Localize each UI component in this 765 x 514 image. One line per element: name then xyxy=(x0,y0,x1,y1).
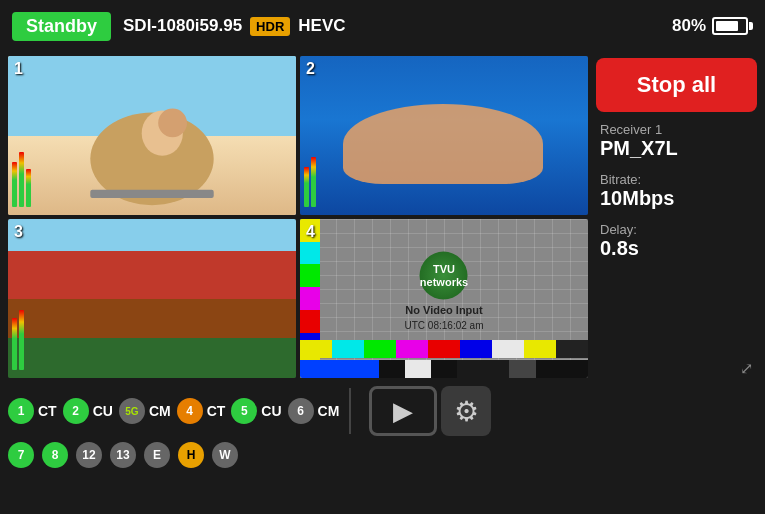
battery-tip xyxy=(749,22,753,30)
ch-badge-6[interactable]: 6 xyxy=(288,398,314,424)
cell-number-4: 4 xyxy=(306,223,315,241)
right-panel: Stop all Receiver 1 PM_X7L Bitrate: 10Mb… xyxy=(596,56,757,378)
ch-badge-2[interactable]: 2 xyxy=(63,398,89,424)
ch-label-cm-5g: CM xyxy=(149,403,171,419)
tvu-logo-area: TVUnetworks No Video Input UTC 08:16:02 … xyxy=(405,251,484,330)
bottom-bars xyxy=(300,360,588,378)
ch-badge-5[interactable]: 5 xyxy=(231,398,257,424)
tvu-circle: TVUnetworks xyxy=(420,251,468,299)
ch-item-6: 6 CM xyxy=(288,398,340,424)
bottom-section: 1 CT 2 CU 5G CM 4 CT 5 CU 6 CM ▶ xyxy=(0,382,765,470)
ch-label-cm6: CM xyxy=(318,403,340,419)
test-pattern: TVUnetworks No Video Input UTC 08:16:02 … xyxy=(300,219,588,378)
header: Standby SDI-1080i59.95 HDR HEVC 80% xyxy=(0,0,765,52)
swimmer-figure xyxy=(343,104,543,184)
main-content: 1 2 3 xyxy=(0,52,765,382)
utc-text: UTC 08:16:02 am xyxy=(405,319,484,330)
delay-label: Delay: xyxy=(600,222,753,237)
level-bar xyxy=(26,169,31,207)
level-bar xyxy=(19,152,24,207)
color-bars xyxy=(300,340,588,358)
expand-icon-area: ⤢ xyxy=(596,359,757,378)
ch-badge-1[interactable]: 1 xyxy=(8,398,34,424)
ch-label-ct4: CT xyxy=(207,403,226,419)
ch-badge-12[interactable]: 12 xyxy=(76,442,102,468)
codec: HEVC xyxy=(298,16,345,36)
delay-block: Delay: 0.8s xyxy=(596,220,757,262)
video-cell-4[interactable]: TVUnetworks No Video Input UTC 08:16:02 … xyxy=(300,219,588,378)
delay-value: 0.8s xyxy=(600,237,753,260)
divider-1 xyxy=(349,388,351,434)
level-bar xyxy=(311,157,316,207)
ch-badge-h[interactable]: H xyxy=(178,442,204,468)
level-bar xyxy=(12,318,17,370)
ch-badge-e[interactable]: E xyxy=(144,442,170,468)
ch-item-5: 5 CU xyxy=(231,398,281,424)
hdr-badge: HDR xyxy=(250,17,290,36)
ch-item-4: 4 CT xyxy=(177,398,226,424)
ch-label-cu5: CU xyxy=(261,403,281,419)
standby-badge: Standby xyxy=(12,12,111,41)
bottom-row-2: 7 8 12 13 E H W xyxy=(8,442,757,468)
ch-label-ct1: CT xyxy=(38,403,57,419)
cyclist-bg xyxy=(8,56,296,215)
receiver-block: Receiver 1 PM_X7L xyxy=(596,120,757,162)
cell-number-1: 1 xyxy=(14,60,23,78)
right-controls: ▶ ⚙ xyxy=(369,386,491,436)
no-video-text: No Video Input xyxy=(405,303,482,315)
level-bar xyxy=(19,310,24,370)
bitrate-block: Bitrate: 10Mbps xyxy=(596,170,757,212)
gear-button[interactable]: ⚙ xyxy=(441,386,491,436)
ch-badge-13[interactable]: 13 xyxy=(110,442,136,468)
receiver-label: Receiver 1 xyxy=(600,122,753,137)
level-meter-2 xyxy=(304,147,316,207)
battery-body xyxy=(712,17,748,35)
battery-area: 80% xyxy=(672,16,753,36)
battery-icon xyxy=(712,17,753,35)
bottom-row-1: 1 CT 2 CU 5G CM 4 CT 5 CU 6 CM ▶ xyxy=(8,386,757,436)
expand-icon[interactable]: ⤢ xyxy=(740,359,753,378)
stop-all-button[interactable]: Stop all xyxy=(596,58,757,112)
battery-percent: 80% xyxy=(672,16,706,36)
battery-fill xyxy=(716,21,738,31)
ch-badge-w[interactable]: W xyxy=(212,442,238,468)
signal-format: SDI-1080i59.95 xyxy=(123,16,242,36)
cell-number-2: 2 xyxy=(306,60,315,78)
video-cell-2[interactable]: 2 xyxy=(300,56,588,215)
ch-badge-8[interactable]: 8 xyxy=(42,442,68,468)
level-meter-1 xyxy=(12,147,31,207)
level-bar xyxy=(12,162,17,207)
runners-bg xyxy=(8,219,296,378)
video-cell-1[interactable]: 1 xyxy=(8,56,296,215)
ch-item-5g: 5G CM xyxy=(119,398,171,424)
signal-info: SDI-1080i59.95 HDR HEVC xyxy=(123,16,346,36)
play-icon: ▶ xyxy=(393,396,413,427)
ch-badge-7[interactable]: 7 xyxy=(8,442,34,468)
receiver-value: PM_X7L xyxy=(600,137,753,160)
level-meter-3 xyxy=(12,310,24,370)
bitrate-value: 10Mbps xyxy=(600,187,753,210)
ch-badge-4[interactable]: 4 xyxy=(177,398,203,424)
cell-number-3: 3 xyxy=(14,223,23,241)
gear-icon: ⚙ xyxy=(454,395,479,428)
play-button[interactable]: ▶ xyxy=(369,386,437,436)
video-cell-3[interactable]: 3 xyxy=(8,219,296,378)
ch-item-1: 1 CT xyxy=(8,398,57,424)
ch-item-2: 2 CU xyxy=(63,398,113,424)
level-bar xyxy=(304,167,309,207)
ch-label-cu2: CU xyxy=(93,403,113,419)
video-grid: 1 2 3 xyxy=(8,56,588,378)
ch-badge-5g[interactable]: 5G xyxy=(119,398,145,424)
bitrate-label: Bitrate: xyxy=(600,172,753,187)
